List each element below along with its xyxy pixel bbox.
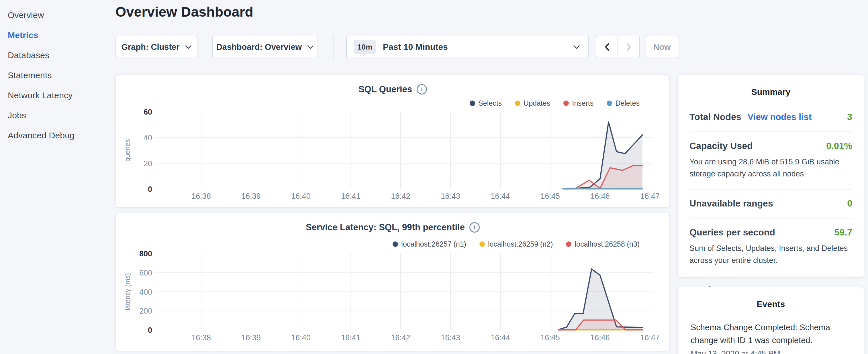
service-latency-chart-card: Service Latency: SQL, 99th percentile i … — [116, 213, 670, 351]
svg-text:latency (ms): latency (ms) — [124, 273, 131, 311]
sidebar-item-overview[interactable]: Overview — [0, 5, 113, 25]
summary-row-label: Total Nodes — [689, 112, 741, 122]
time-range-label: Past 10 Minutes — [383, 42, 448, 52]
svg-text:16:45: 16:45 — [540, 192, 560, 200]
summary-row-description: Sum of Selects, Updates, Inserts, and De… — [689, 242, 852, 266]
svg-text:16:46: 16:46 — [590, 333, 610, 342]
sql-queries-chart-card: SQL Queries i SelectsUpdatesInsertsDelet… — [116, 74, 670, 208]
summary-row-label: Unavailable ranges — [689, 198, 773, 209]
svg-text:200: 200 — [139, 307, 152, 315]
chevron-left-icon — [604, 43, 610, 51]
controls-divider — [333, 35, 334, 59]
svg-text:16:41: 16:41 — [341, 192, 361, 200]
time-range-dropdown[interactable]: 10m Past 10 Minutes — [346, 36, 589, 58]
chevron-down-icon — [307, 45, 314, 49]
svg-text:16:46: 16:46 — [590, 192, 610, 200]
event-timestamp: May 13, 2020 at 4:45 PM — [691, 349, 851, 354]
view-nodes-list-link[interactable]: View nodes list — [748, 112, 811, 122]
svg-text:40: 40 — [144, 133, 152, 142]
svg-text:16:45: 16:45 — [540, 333, 560, 342]
summary-row-label: Capacity Used — [689, 141, 753, 151]
sidebar-item-advanced-debug[interactable]: Advanced Debug — [0, 125, 113, 146]
controls-bar: Graph: Cluster Dashboard: Overview 10m P… — [0, 36, 868, 58]
svg-text:16:40: 16:40 — [291, 333, 311, 342]
next-time-button[interactable] — [618, 36, 639, 58]
summary-row-description: You are using 28.6 MiB of 515.9 GiB usab… — [689, 156, 852, 180]
svg-text:16:43: 16:43 — [441, 192, 460, 200]
summary-row: Unavailable ranges0 — [689, 190, 852, 219]
page-title: Overview Dashboard — [116, 4, 253, 20]
summary-row-value: 0 — [847, 198, 852, 209]
summary-rows: Total NodesView nodes list3Capacity Used… — [689, 103, 852, 304]
summary-row-value: 3 — [847, 112, 852, 122]
events-panel: Events Schema Change Completed: Schema c… — [677, 287, 864, 354]
summary-panel: Summary Total NodesView nodes list3Capac… — [677, 74, 864, 278]
svg-text:16:39: 16:39 — [241, 192, 261, 200]
svg-text:16:42: 16:42 — [391, 192, 410, 200]
chevron-right-icon — [626, 43, 631, 51]
svg-text:16:44: 16:44 — [491, 192, 510, 200]
summary-title: Summary — [689, 87, 852, 97]
svg-text:queries: queries — [124, 139, 131, 162]
dashboard-dropdown-label: Dashboard: Overview — [216, 42, 302, 52]
summary-row: Queries per second59.7Sum of Selects, Up… — [689, 219, 852, 276]
svg-text:16:42: 16:42 — [391, 333, 410, 342]
svg-text:400: 400 — [139, 288, 152, 296]
svg-text:60: 60 — [144, 108, 152, 116]
sidebar-item-jobs[interactable]: Jobs — [0, 105, 113, 125]
svg-text:16:47: 16:47 — [640, 192, 660, 200]
sql-queries-plot: 16:3816:3916:4016:4116:4216:4316:4416:45… — [116, 75, 671, 208]
svg-text:16:38: 16:38 — [191, 192, 211, 200]
time-range-badge: 10m — [353, 40, 376, 54]
events-title: Events — [691, 299, 851, 309]
svg-text:16:40: 16:40 — [291, 192, 311, 200]
summary-row: Total NodesView nodes list3 — [689, 103, 852, 132]
svg-text:16:47: 16:47 — [640, 333, 660, 342]
svg-text:16:41: 16:41 — [341, 333, 361, 342]
svg-text:20: 20 — [144, 159, 152, 168]
graph-dropdown[interactable]: Graph: Cluster — [116, 36, 197, 58]
graph-dropdown-label: Graph: Cluster — [121, 42, 179, 52]
now-button[interactable]: Now — [646, 36, 678, 58]
svg-text:16:44: 16:44 — [491, 333, 510, 342]
chevron-down-icon — [185, 45, 192, 49]
now-button-label: Now — [653, 42, 671, 52]
summary-row: Capacity Used0.01%You are using 28.6 MiB… — [689, 132, 852, 190]
svg-text:16:39: 16:39 — [241, 333, 261, 342]
prev-time-button[interactable] — [596, 36, 618, 58]
svg-text:0: 0 — [148, 185, 152, 194]
sidebar-item-statements[interactable]: Statements — [0, 65, 113, 85]
event-message[interactable]: Schema Change Completed: Schema change w… — [691, 321, 851, 347]
sidebar-item-network-latency[interactable]: Network Latency — [0, 85, 113, 105]
summary-row-value: 0.01% — [826, 141, 852, 151]
svg-text:600: 600 — [139, 269, 152, 277]
service-latency-plot: 16:3816:3916:4016:4116:4216:4316:4416:45… — [116, 213, 671, 352]
chevron-down-icon — [573, 45, 580, 49]
time-step-buttons — [596, 36, 640, 58]
summary-row-label: Queries per second — [689, 227, 775, 238]
dashboard-dropdown[interactable]: Dashboard: Overview — [212, 36, 318, 58]
svg-text:16:38: 16:38 — [191, 333, 211, 342]
svg-text:800: 800 — [139, 250, 152, 258]
svg-text:0: 0 — [148, 326, 152, 334]
svg-text:16:43: 16:43 — [441, 333, 460, 342]
summary-row-value: 59.7 — [834, 227, 852, 238]
